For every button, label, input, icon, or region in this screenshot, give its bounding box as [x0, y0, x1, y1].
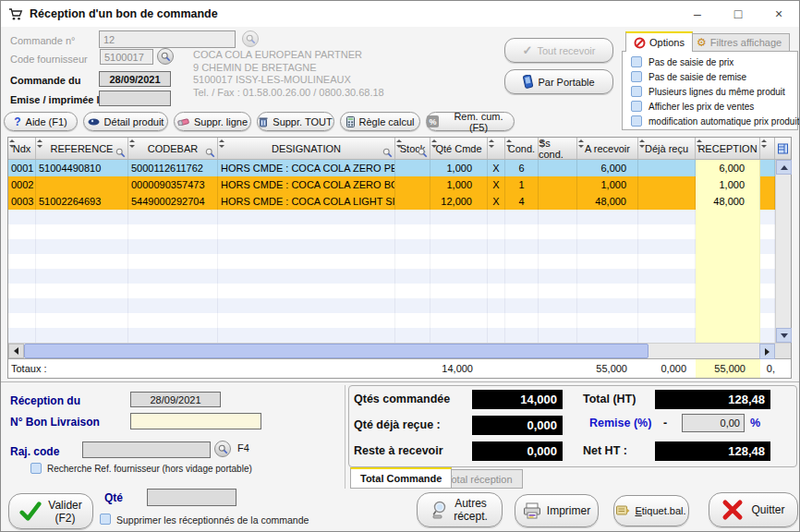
cell-stock[interactable]	[395, 176, 430, 193]
raj-code-field[interactable]	[82, 441, 211, 458]
close-button[interactable]: ×	[758, 6, 799, 21]
emise-field[interactable]	[99, 91, 171, 106]
cell-cond[interactable]: 1	[505, 176, 539, 193]
cell-ndx[interactable]: 0002	[8, 176, 36, 193]
col-header-ss-cond[interactable]: Ss cond.	[539, 138, 577, 159]
cell-cond[interactable]: 4	[505, 193, 539, 210]
tab-total-commande[interactable]: Total Commande	[350, 467, 452, 489]
col-header-reception[interactable]: RECEPTION	[696, 138, 760, 159]
cell-ndx[interactable]: 0003	[8, 193, 36, 210]
vertical-scrollbar[interactable]	[775, 160, 791, 343]
cell-reception[interactable]: 48,000	[696, 193, 760, 210]
cell-deja[interactable]	[638, 193, 696, 210]
cell-deja[interactable]	[638, 176, 696, 193]
column-search-icon[interactable]	[115, 148, 126, 158]
rem-cum-button[interactable]: % Rem. cum. (F5)	[426, 112, 515, 131]
aide-button[interactable]: ? Aide (F1)	[4, 112, 78, 131]
suppr-ligne-button[interactable]: Suppr. ligne	[174, 112, 251, 131]
checkbox-plusieurs-lignes[interactable]	[631, 86, 642, 97]
cell-deja[interactable]	[638, 160, 696, 176]
checkbox-pas-saisie-remise[interactable]	[631, 71, 642, 82]
cell-qte[interactable]: 1,000	[430, 176, 488, 193]
col-header-x[interactable]	[488, 138, 505, 159]
cell-ss-cond[interactable]	[539, 160, 577, 176]
tab-options[interactable]: Options	[625, 31, 693, 52]
column-search-icon[interactable]	[418, 148, 428, 158]
cell-x[interactable]: X	[488, 193, 505, 210]
col-header-codebar[interactable]: CODEBAR	[128, 138, 218, 159]
checkbox-pas-saisie-prix[interactable]	[631, 56, 642, 67]
tout-recevoir-button[interactable]: ✓ Tout recevoir	[504, 38, 613, 63]
cell-ndx[interactable]: 0001	[8, 160, 36, 176]
commande-search-icon[interactable]	[242, 30, 259, 47]
horizontal-scrollbar[interactable]	[8, 343, 791, 358]
cell-cond[interactable]: 6	[505, 160, 539, 176]
detail-produit-button[interactable]: Détail produit	[83, 112, 168, 131]
cell-x[interactable]: X	[488, 176, 505, 193]
cell-ss-cond[interactable]	[539, 176, 577, 193]
cell-stock[interactable]	[395, 160, 430, 176]
col-header-stock[interactable]: Stock	[395, 138, 430, 159]
table-row[interactable]: 0002 0000090357473 HORS CMDE : COCA COLA…	[8, 176, 775, 193]
commande-no-field[interactable]	[99, 30, 236, 48]
scroll-right-icon[interactable]	[759, 344, 775, 359]
scroll-down-icon[interactable]	[776, 328, 792, 343]
checkbox-supprimer-receptionnes[interactable]	[100, 514, 111, 525]
code-fournisseur-field[interactable]	[100, 49, 153, 65]
cell-designation[interactable]: HORS CMDE : COCA COLA ZERO BO	[218, 176, 395, 193]
par-portable-button[interactable]: Par Portable	[504, 69, 613, 94]
minimize-button[interactable]: –	[677, 6, 718, 21]
col-header-designation[interactable]: DESIGNATION	[218, 138, 395, 159]
suppr-tout-button[interactable]: Suppr. TOUT	[257, 112, 334, 131]
cell-recevoir[interactable]: 48,000	[577, 193, 638, 210]
reception-du-field[interactable]	[130, 392, 221, 407]
cell-extra[interactable]	[760, 193, 775, 210]
cell-qte[interactable]: 1,000	[430, 160, 488, 176]
tab-filtres-affichage[interactable]: ⚙ Filtres affichage	[688, 33, 790, 52]
cell-reference[interactable]: 51004490810	[36, 160, 128, 176]
commande-du-field[interactable]	[99, 71, 171, 87]
scrollbar-thumb[interactable]	[24, 344, 648, 358]
cell-stock[interactable]	[395, 193, 430, 210]
imprimer-button[interactable]: Imprimer	[515, 494, 599, 527]
etiquet-bal-button[interactable]: Etiquet.bal.	[613, 495, 689, 526]
cell-reference[interactable]	[36, 176, 128, 193]
cell-recevoir[interactable]: 6,000	[577, 160, 638, 176]
table-row[interactable]: 0003 51002264693 5449000292704 HORS CMDE…	[8, 193, 775, 210]
cell-codebar[interactable]: 5000112611762	[128, 160, 218, 176]
column-search-icon[interactable]	[205, 148, 215, 158]
col-header-qte-cmde[interactable]: Qté Cmde	[430, 138, 488, 159]
col-header-ndx[interactable]: Ndx	[8, 138, 36, 159]
regle-calcul-button[interactable]: Règle calcul	[340, 112, 420, 131]
checkbox-modif-auto-prix[interactable]	[631, 115, 642, 127]
col-header-reference[interactable]: REFERENCE	[36, 138, 128, 159]
scroll-up-icon[interactable]	[776, 160, 792, 175]
bon-livraison-field[interactable]	[130, 413, 261, 429]
autres-recept-button[interactable]: Autres récept.	[417, 492, 503, 527]
col-header-a-recevoir[interactable]: A recevoir	[577, 138, 638, 159]
checkbox-recherche-ref[interactable]	[30, 463, 42, 474]
col-header-deja-recu[interactable]: Déjà reçu	[638, 138, 696, 159]
checkbox-afficher-prix[interactable]	[631, 101, 642, 112]
valider-button[interactable]: Valider (F2)	[8, 493, 93, 529]
cell-qte[interactable]: 12,000	[430, 193, 488, 210]
cell-designation[interactable]: HORS CMDE : COCA COLA ZERO PE	[218, 160, 395, 176]
cell-codebar[interactable]: 5449000292704	[128, 193, 218, 210]
column-search-icon[interactable]	[382, 148, 393, 158]
cell-extra[interactable]	[760, 160, 775, 176]
cell-reception[interactable]: 6,000	[696, 160, 760, 176]
maximize-button[interactable]: □	[718, 6, 758, 21]
cell-reference[interactable]: 51002264693	[36, 193, 128, 210]
qte-field[interactable]	[147, 489, 236, 506]
cell-x[interactable]: X	[488, 160, 505, 176]
fournisseur-search-icon[interactable]	[157, 48, 174, 65]
cell-recevoir[interactable]: 1,000	[577, 176, 638, 193]
table-row[interactable]: 0001 51004490810 5000112611762 HORS CMDE…	[8, 160, 775, 176]
col-header-cond[interactable]: Cond.	[505, 138, 539, 159]
scroll-left-icon[interactable]	[8, 344, 24, 358]
cell-ss-cond[interactable]	[539, 193, 577, 210]
cell-designation[interactable]: HORS CMDE : COCA COLA LIGHT SI	[218, 193, 395, 210]
col-header-extra[interactable]	[760, 138, 775, 159]
remise-field[interactable]	[682, 414, 745, 432]
raj-code-search-icon[interactable]	[214, 441, 231, 457]
